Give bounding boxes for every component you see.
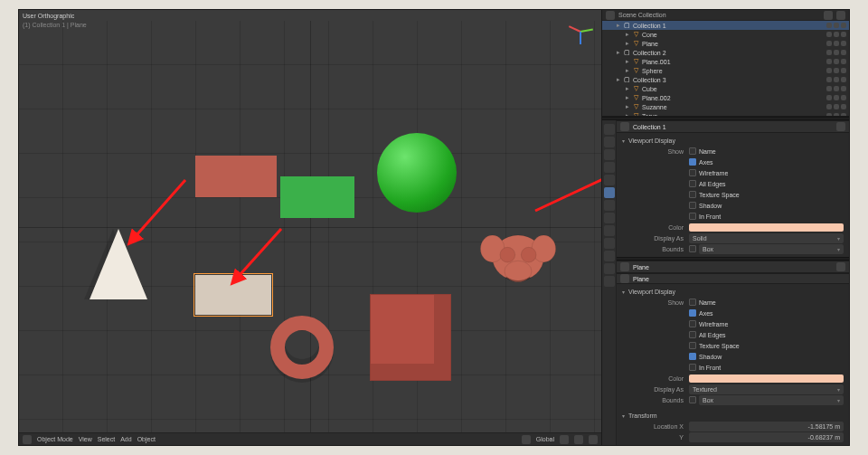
object-cube[interactable]	[370, 294, 451, 381]
pin-icon-2[interactable]	[836, 262, 845, 271]
checkbox-all-edges[interactable]	[689, 180, 696, 187]
breadcrumb-bottom-label: Plane	[633, 264, 833, 270]
outliner-row-suzanne[interactable]: ▸▽Suzanne	[602, 102, 849, 111]
viewport-footer: Object Mode View Select Add Object Globa…	[19, 432, 601, 445]
object-cone[interactable]	[90, 229, 147, 299]
panel-viewport-display-bottom: Viewport Display ShowNameAxesWireframeAl…	[617, 284, 849, 408]
shading-icon[interactable]	[589, 435, 598, 444]
tab-scene-icon[interactable]	[604, 162, 615, 173]
viewport-title: User Orthographic	[23, 12, 87, 21]
editor-type-icon[interactable]	[23, 435, 32, 444]
section-title-transform[interactable]: Transform	[622, 412, 844, 419]
snap-icon[interactable]	[560, 435, 569, 444]
outliner-row-plane-001[interactable]: ▸▽Plane.001	[602, 57, 849, 66]
checkbox-axes[interactable]	[689, 158, 696, 166]
viewport-gizmo-icon[interactable]	[565, 15, 596, 46]
tab-viewlayer-icon[interactable]	[604, 149, 615, 160]
tab-object-icon[interactable]	[604, 187, 615, 198]
tab-texture-icon[interactable]	[604, 276, 615, 287]
viewport-3d[interactable]: User Orthographic (1) Collection 1 | Pla…	[19, 10, 601, 445]
select-displayas-bot[interactable]: Textured	[689, 384, 844, 394]
subcrumb-bottom-label: Plane	[633, 276, 845, 282]
tab-world-icon[interactable]	[604, 175, 615, 185]
orientation-icon[interactable]	[522, 435, 531, 444]
checkbox-texture-space[interactable]	[689, 342, 696, 349]
properties-editor: Collection 1 Viewport Display ShowNameAx…	[602, 120, 849, 445]
mode-select[interactable]: Object Mode	[37, 436, 73, 442]
label-displayas-bot: Display As	[622, 386, 689, 393]
tab-particles-icon[interactable]	[604, 213, 615, 223]
breadcrumb-top-label: Collection 1	[633, 124, 833, 130]
checkbox-name[interactable]	[689, 147, 696, 155]
section-title-top[interactable]: Viewport Display	[622, 137, 844, 144]
tab-modifiers-icon[interactable]	[604, 200, 615, 211]
checkbox-shadow[interactable]	[689, 202, 696, 209]
checkbox-bounds-bot[interactable]	[689, 396, 696, 403]
label-displayas-top: Display As	[622, 235, 689, 242]
tab-data-icon[interactable]	[604, 251, 615, 261]
checkbox-shadow[interactable]	[689, 353, 696, 360]
checkbox-texture-space[interactable]	[689, 191, 696, 198]
field-location-x[interactable]: -1.58175 m	[689, 422, 844, 431]
menu-object[interactable]: Object	[137, 436, 156, 442]
outliner-row-collection-3[interactable]: ▸▢Collection 3	[602, 75, 849, 84]
object-suzanne[interactable]	[480, 222, 556, 294]
checkbox-all-edges[interactable]	[689, 331, 696, 338]
object-icon	[620, 122, 629, 131]
menu-view[interactable]: View	[79, 436, 92, 442]
label-location-x: Location X	[622, 423, 689, 430]
outliner-row-plane[interactable]: ▸▽Plane	[602, 39, 849, 48]
checkbox-in-front[interactable]	[689, 364, 696, 371]
outliner-row-plane-002[interactable]: ▸▽Plane.002	[602, 93, 849, 102]
transform-orientation[interactable]: Global	[536, 436, 554, 442]
label-color-top: Color	[622, 224, 689, 231]
outliner-type-icon[interactable]	[606, 11, 615, 20]
outliner[interactable]: Scene Collection ▸▢Collection 1▸▽Cone▸▽P…	[602, 10, 849, 117]
tab-material-icon[interactable]	[604, 263, 615, 274]
checkbox-axes[interactable]	[689, 309, 696, 317]
select-bounds-bot[interactable]: Box	[699, 395, 844, 405]
color-swatch-bot[interactable]	[689, 374, 844, 383]
breadcrumb-top: Collection 1	[617, 120, 849, 133]
object-sphere[interactable]	[377, 133, 457, 213]
svg-point-4	[521, 247, 536, 262]
menu-select[interactable]: Select	[98, 436, 115, 442]
select-displayas-top[interactable]: Solid	[689, 233, 844, 243]
outliner-row-sphere[interactable]: ▸▽Sphere	[602, 66, 849, 75]
checkbox-wireframe[interactable]	[689, 320, 696, 327]
object-torus[interactable]	[270, 316, 334, 379]
pin-icon[interactable]	[836, 122, 845, 131]
checkbox-bounds-top[interactable]	[689, 245, 696, 252]
outliner-tree[interactable]: ▸▢Collection 1▸▽Cone▸▽Plane▸▢Collection …	[602, 21, 849, 116]
select-bounds-top[interactable]: Box	[699, 244, 844, 254]
tab-output-icon[interactable]	[604, 137, 615, 147]
right-column: Scene Collection ▸▢Collection 1▸▽Cone▸▽P…	[601, 10, 849, 445]
color-swatch-top[interactable]	[689, 223, 844, 232]
tab-physics-icon[interactable]	[604, 225, 615, 236]
checkbox-in-front[interactable]	[689, 213, 696, 220]
label-location-y: Y	[622, 434, 689, 441]
label-color-bot: Color	[622, 375, 689, 382]
outliner-row-collection-2[interactable]: ▸▢Collection 2	[602, 48, 849, 57]
object-plane[interactable]	[195, 275, 271, 315]
outliner-row-cube[interactable]: ▸▽Cube	[602, 84, 849, 93]
outliner-root: Scene Collection	[618, 12, 820, 18]
menu-add[interactable]: Add	[120, 436, 131, 442]
section-title-bottom[interactable]: Viewport Display	[622, 289, 844, 295]
object-plane-red-1[interactable]	[195, 156, 277, 197]
outliner-row-torus[interactable]: ▸▽Torus	[602, 111, 849, 116]
panel-transform: Transform Location X-1.58175 m Y-0.68237…	[617, 408, 849, 445]
properties-tabstrip	[602, 120, 617, 445]
outliner-row-cone[interactable]: ▸▽Cone	[602, 30, 849, 39]
checkbox-wireframe[interactable]	[689, 169, 696, 176]
outliner-new-collection-icon[interactable]	[836, 11, 845, 20]
field-location-y[interactable]: -0.68237 m	[689, 432, 844, 442]
tab-render-icon[interactable]	[604, 124, 615, 135]
checkbox-name[interactable]	[689, 299, 696, 306]
outliner-filter-icon[interactable]	[824, 11, 833, 20]
object-plane-green[interactable]	[280, 176, 354, 218]
outliner-row-collection-1[interactable]: ▸▢Collection 1	[602, 21, 849, 30]
pivot-icon[interactable]	[574, 435, 583, 444]
tab-constraints-icon[interactable]	[604, 238, 615, 249]
plane-icon	[620, 274, 629, 283]
